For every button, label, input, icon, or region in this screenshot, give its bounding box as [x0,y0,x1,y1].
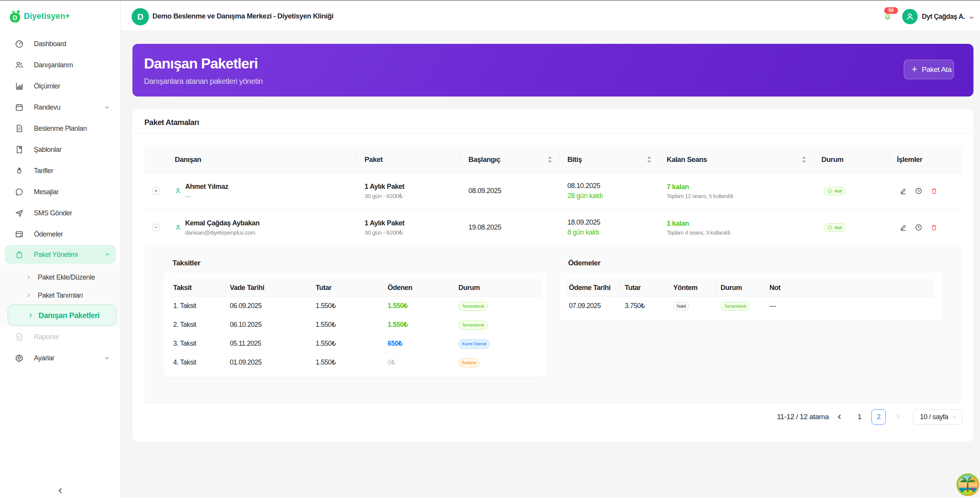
svg-text:D: D [13,15,17,21]
